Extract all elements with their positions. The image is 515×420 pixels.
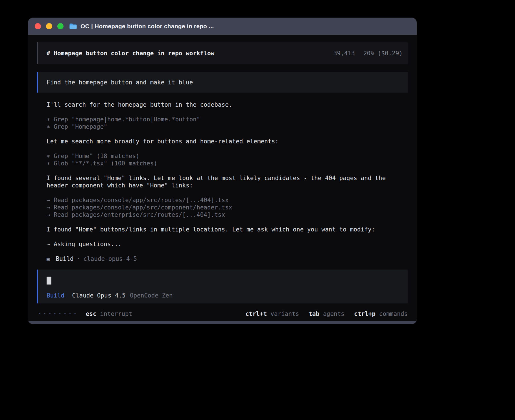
agent-icon: ▣ (47, 255, 50, 262)
close-window-button[interactable] (35, 23, 41, 29)
zoom-window-button[interactable] (57, 23, 64, 29)
agent-status-row: ▣ Build · claude-opus-4-5 (47, 255, 404, 262)
agent-name: Build (56, 255, 73, 262)
session-header: # Homepage button color change in repo w… (37, 42, 408, 64)
text-cursor (47, 277, 51, 285)
status-bar: •••••••• esc interrupt ctrl+t variants t… (37, 310, 408, 318)
folder-icon (69, 23, 77, 29)
shortcut-label: commands (379, 310, 408, 318)
minimize-window-button[interactable] (46, 23, 52, 29)
status-text: ~ Asking questions... (47, 240, 404, 248)
window-titlebar[interactable]: OC | Homepage button color change in rep… (28, 18, 417, 35)
tool-call-group: ∗ Grep "Home" (18 matches) ∗ Glob "**/*.… (47, 152, 404, 167)
esc-key-hint[interactable]: esc (86, 310, 97, 318)
terminal-content: # Homepage button color change in repo w… (28, 35, 417, 321)
assistant-text: I found "Home" buttons/links in multiple… (47, 226, 404, 233)
terminal-window: OC | Homepage button color change in rep… (28, 18, 417, 324)
shortcut-variants[interactable]: ctrl+t variants (245, 310, 299, 318)
session-stats: 39,413 20% ($0.29) (333, 50, 403, 57)
esc-key-label: interrupt (100, 310, 132, 318)
window-title: OC | Homepage button color change in rep… (80, 23, 214, 30)
user-message-text: Find the homepage button and make it blu… (47, 79, 193, 86)
context-usage: 20% ($0.29) (363, 50, 403, 57)
shortcut-commands[interactable]: ctrl+p commands (354, 310, 408, 318)
assistant-text: I'll search for the homepage button in t… (47, 101, 404, 108)
tool-call-grep: ∗ Grep "homepage|home.*button|Home.*butt… (47, 116, 404, 123)
session-title: # Homepage button color change in repo w… (47, 50, 333, 57)
agent-mode-label[interactable]: Build (47, 292, 64, 299)
agent-separator: · (77, 255, 80, 262)
shortcut-agents[interactable]: tab agents (309, 310, 344, 318)
shortcut-key: ctrl+p (354, 310, 376, 318)
shortcut-label: variants (270, 310, 299, 318)
shortcut-key: ctrl+t (245, 310, 267, 318)
prompt-input[interactable]: Build Claude Opus 4.5 OpenCode Zen (37, 270, 408, 303)
input-meta: Build Claude Opus 4.5 OpenCode Zen (47, 292, 403, 299)
token-count: 39,413 (333, 50, 355, 57)
shortcut-hints: ctrl+t variants tab agents ctrl+p comman… (236, 310, 408, 318)
assistant-text: Let me search more broadly for buttons a… (47, 138, 404, 145)
tool-call-glob: ∗ Glob "**/*.tsx" (100 matches) (47, 160, 404, 167)
tool-call-grep: ∗ Grep "Home" (18 matches) (47, 152, 404, 160)
spinner-dots-icon: •••••••• (39, 310, 79, 318)
tool-call-group: → Read packages/console/app/src/routes/[… (47, 196, 404, 218)
user-message: Find the homepage button and make it blu… (37, 72, 408, 93)
assistant-response: I'll search for the homepage button in t… (37, 101, 408, 270)
model-name[interactable]: Claude Opus 4.5 (72, 292, 126, 299)
agent-model: claude-opus-4-5 (83, 255, 137, 262)
shortcut-label: agents (323, 310, 344, 318)
tool-call-read: → Read packages/console/app/src/componen… (47, 204, 404, 211)
traffic-lights (35, 23, 64, 29)
shortcut-key: tab (309, 310, 319, 318)
assistant-text: I found several "Home" links. Let me loo… (47, 174, 404, 189)
tool-call-group: ∗ Grep "homepage|home.*button|Home.*butt… (47, 116, 404, 130)
provider-name: OpenCode Zen (130, 292, 173, 299)
tool-call-read: → Read packages/console/app/src/routes/[… (47, 196, 404, 204)
tool-call-grep: ∗ Grep "Homepage" (47, 123, 404, 130)
tool-call-read: → Read packages/enterprise/src/routes/[.… (47, 211, 404, 218)
